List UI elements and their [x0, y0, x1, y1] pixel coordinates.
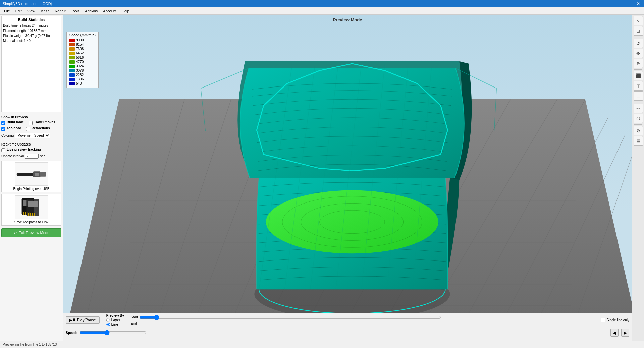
build-table-checkbox[interactable]	[1, 121, 5, 125]
legend-row: 4770	[69, 60, 96, 64]
legend-color-box	[69, 47, 75, 51]
svg-line-41	[538, 136, 625, 320]
svg-line-30	[122, 100, 184, 320]
svg-rect-3	[40, 172, 46, 177]
front-view-icon[interactable]: ◫	[634, 81, 643, 91]
live-preview-checkbox[interactable]	[1, 148, 5, 152]
next-button[interactable]: ▶	[621, 329, 629, 337]
line-radio-label: Line	[111, 323, 118, 326]
menu-item-file[interactable]: File	[1, 8, 13, 14]
disk-save-card[interactable]: Save Toolpaths to Disk	[1, 194, 61, 226]
legend-color-box	[69, 73, 75, 77]
legend-row: 3924	[69, 64, 96, 68]
legend-value: 3924	[76, 64, 84, 68]
svg-line-31	[158, 100, 231, 320]
layers-icon[interactable]: ▤	[634, 136, 643, 146]
toolhead-label: Toolhead	[7, 126, 21, 130]
svg-line-59	[455, 68, 496, 89]
move-icon[interactable]: ✥	[634, 49, 643, 58]
menu-item-edit[interactable]: Edit	[13, 8, 24, 14]
side-view-icon[interactable]: ▭	[634, 91, 643, 101]
bottom-top-row: ▶⏸ Play/Pause Preview By Layer Line	[63, 313, 632, 326]
snap-icon[interactable]: ⊹	[634, 104, 643, 113]
legend-color-box	[69, 60, 75, 64]
svg-line-57	[413, 68, 431, 290]
legend-color-box	[69, 65, 75, 68]
sdcard-svg	[15, 196, 48, 218]
minimize-button[interactable]: ─	[621, 1, 627, 7]
speed-legend: Speed (mm/min) 9000815473086462561647703…	[66, 32, 99, 88]
usb-image	[15, 162, 48, 186]
toolhead-checkbox[interactable]	[1, 127, 5, 131]
legend-row: 7308	[69, 47, 96, 51]
menu-item-account[interactable]: Account	[100, 8, 119, 14]
travel-moves-checkbox[interactable]	[29, 121, 33, 125]
svg-line-34	[270, 100, 371, 320]
restore-button[interactable]: □	[628, 1, 634, 7]
legend-row: 9000	[69, 38, 96, 42]
legend-color-box	[69, 52, 75, 55]
svg-rect-12	[28, 201, 38, 207]
status-text: Previewing file from line 1 to 135713	[3, 343, 57, 346]
menu-item-view[interactable]: View	[24, 8, 38, 14]
legend-value: 4770	[76, 60, 84, 64]
prev-button[interactable]: ◀	[610, 329, 619, 337]
build-time: Build time: 2 hours 24 minutes	[3, 23, 60, 28]
legend-row: 5616	[69, 56, 96, 59]
main-layout: Build Statistics Build time: 2 hours 24 …	[0, 15, 644, 341]
menu-item-repair[interactable]: Repair	[52, 8, 68, 14]
live-preview-row: Live preview tracking	[1, 148, 61, 153]
zoom-icon[interactable]: ⊕	[634, 59, 643, 68]
settings-icon[interactable]: ⚙	[634, 126, 643, 135]
start-label: Start	[131, 315, 138, 319]
svg-line-33	[232, 100, 324, 320]
legend-value: 5616	[76, 56, 84, 59]
svg-marker-18	[68, 99, 632, 322]
svg-rect-15	[32, 213, 33, 216]
single-line-checkbox[interactable]	[601, 318, 605, 322]
play-pause-button[interactable]: ▶⏸ Play/Pause	[66, 316, 100, 324]
plastic-weight: Plastic weight: 30.47 g (0.07 lb)	[3, 33, 60, 38]
svg-line-53	[310, 65, 338, 290]
top-view-icon[interactable]: ⬛	[634, 71, 643, 80]
coloring-label: Coloring	[1, 134, 14, 137]
menu-item-add-ins[interactable]: Add-Ins	[82, 8, 100, 14]
end-label: End	[131, 322, 137, 325]
viewport[interactable]: Preview Mode Speed (mm/min) 900081547308…	[63, 15, 632, 341]
hide-icon[interactable]: ⬡	[634, 114, 643, 123]
legend-color-box	[69, 56, 75, 59]
start-slider[interactable]	[139, 315, 441, 320]
line-radio[interactable]	[106, 323, 110, 326]
update-interval-unit: sec	[40, 154, 45, 158]
rotate-icon[interactable]: ↺	[634, 39, 643, 48]
svg-line-40	[503, 117, 608, 320]
exit-preview-button[interactable]: ↩ Exit Preview Mode	[1, 228, 61, 237]
toolbar-separator	[634, 69, 642, 70]
select-icon[interactable]: ↖	[634, 16, 643, 25]
usb-print-card[interactable]: Begin Printing over USB	[1, 161, 61, 192]
retractions-checkbox[interactable]	[26, 127, 30, 131]
update-interval-input[interactable]	[25, 154, 39, 159]
legend-value: 3078	[76, 69, 84, 72]
close-button[interactable]: ✕	[635, 1, 641, 7]
travel-moves-label: Travel moves	[34, 120, 55, 124]
legend-row: 6462	[69, 51, 96, 55]
fit-view-icon[interactable]: ⊡	[634, 26, 643, 36]
svg-line-60	[201, 88, 206, 131]
end-slider-row: End	[131, 322, 594, 325]
play-pause-label: Play/Pause	[77, 318, 96, 322]
speed-slider[interactable]	[79, 330, 147, 335]
update-interval-label: Update interval	[1, 154, 24, 158]
menu-item-tools[interactable]: Tools	[68, 8, 83, 14]
svg-line-29	[86, 100, 140, 320]
menu-item-help[interactable]: Help	[119, 8, 132, 14]
menubar: FileEditViewMeshRepairToolsAdd-InsAccoun…	[0, 7, 644, 15]
toolbar-separator	[634, 37, 642, 37]
update-interval-row: Update interval sec	[1, 154, 61, 159]
layer-radio[interactable]	[106, 318, 110, 322]
legend-value: 2232	[76, 73, 84, 77]
coloring-select[interactable]: Movement Speed Feature Type Temperature	[15, 133, 50, 138]
preview-by-group: Preview By Layer Line	[106, 314, 124, 326]
svg-line-35	[309, 100, 417, 320]
menu-item-mesh[interactable]: Mesh	[38, 8, 52, 14]
